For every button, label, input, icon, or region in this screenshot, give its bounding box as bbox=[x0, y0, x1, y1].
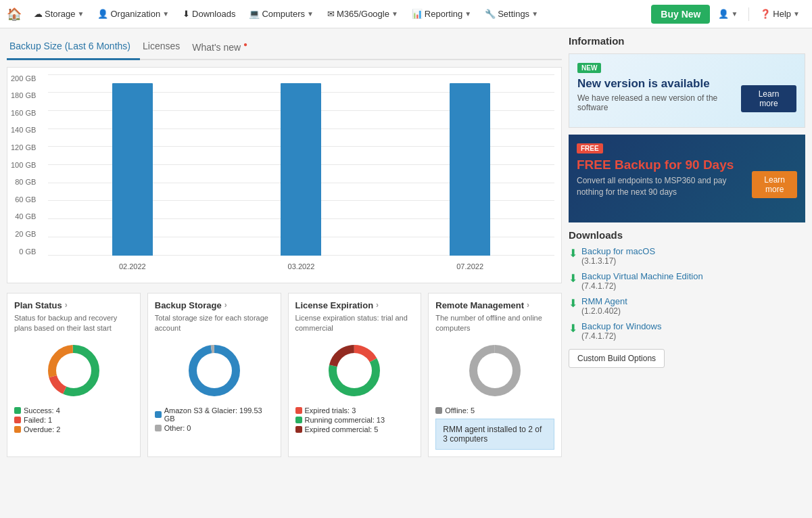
tab-backup-size[interactable]: Backup Size (Last 6 Months) bbox=[7, 35, 140, 60]
user-avatar-icon: 👤 bbox=[718, 9, 729, 19]
svg-point-12 bbox=[477, 353, 512, 388]
help-icon: ❓ bbox=[760, 9, 771, 19]
backup-storage-donut bbox=[155, 340, 274, 401]
download-version-macos: (3.1.3.17) bbox=[581, 256, 655, 266]
navbar: 🏠 ☁ Storage ▼ 👤 Organization ▼ ⬇ Downloa… bbox=[0, 0, 812, 28]
organization-chevron: ▼ bbox=[162, 10, 169, 18]
nav-help[interactable]: ❓ Help ▼ bbox=[755, 0, 805, 28]
m365-icon: ✉ bbox=[327, 9, 335, 19]
main-layout: Backup Size (Last 6 Months) Licenses Wha… bbox=[0, 28, 812, 464]
settings-chevron: ▼ bbox=[531, 10, 538, 18]
storage-chevron: ▼ bbox=[78, 10, 85, 18]
svg-point-10 bbox=[337, 353, 372, 388]
download-arrow-1: ⬇ bbox=[569, 247, 577, 260]
dashboard-sections: Plan Status › Status for backup and reco… bbox=[7, 293, 562, 458]
download-link-vm[interactable]: Backup Virtual Machine Edition bbox=[581, 271, 703, 281]
svg-point-6 bbox=[197, 353, 232, 388]
learn-more-button-2[interactable]: Learn more bbox=[752, 171, 797, 198]
download-item-windows: ⬇ Backup for Windows (7.4.1.72) bbox=[569, 321, 805, 341]
download-arrow-4: ⬇ bbox=[569, 322, 577, 335]
download-arrow-2: ⬇ bbox=[569, 272, 577, 285]
plan-status-title[interactable]: Plan Status › bbox=[14, 300, 133, 310]
new-version-desc: We have released a new version of the so… bbox=[577, 93, 741, 112]
plan-status-donut bbox=[14, 340, 133, 401]
info-card-new-version: NEW New version is available We have rel… bbox=[569, 53, 805, 128]
backup-storage-legend: Amazon S3 & Glacier: 199.53 GB Other: 0 bbox=[155, 406, 274, 432]
info-card-free-backup: FREE FREE Backup for 90 Days Convert all… bbox=[569, 135, 805, 222]
backup-storage-chevron: › bbox=[224, 300, 227, 310]
remote-management-legend: Offline: 5 bbox=[435, 406, 554, 415]
nav-user[interactable]: 👤 ▼ bbox=[713, 0, 743, 28]
downloads-icon: ⬇ bbox=[183, 9, 190, 19]
buy-new-button[interactable]: Buy New bbox=[651, 5, 710, 24]
plan-status-legend: Success: 4 Failed: 1 Overdue: 2 bbox=[14, 406, 133, 433]
bar-col-1: 02.2022 bbox=[112, 83, 153, 256]
home-icon[interactable]: 🏠 bbox=[7, 7, 22, 22]
bar-label-3: 07.2022 bbox=[456, 262, 483, 270]
remote-management-title[interactable]: Remote Management › bbox=[435, 300, 554, 310]
backup-chart: 200 GB 180 GB 160 GB 140 GB 120 GB 100 G… bbox=[7, 67, 562, 283]
left-panel: Backup Size (Last 6 Months) Licenses Wha… bbox=[7, 35, 562, 457]
downloads-title: Downloads bbox=[569, 229, 805, 241]
learn-more-button-1[interactable]: Learn more bbox=[741, 85, 796, 112]
remote-management-chevron: › bbox=[527, 300, 529, 310]
nav-downloads[interactable]: ⬇ Downloads bbox=[177, 0, 241, 28]
nav-divider bbox=[748, 7, 749, 21]
download-item-rmm: ⬇ RMM Agent (1.2.0.402) bbox=[569, 296, 805, 316]
svg-point-3 bbox=[56, 353, 91, 388]
badge-new: NEW bbox=[577, 63, 601, 73]
download-link-macos[interactable]: Backup for macOS bbox=[581, 246, 655, 256]
bar-col-2: 03.2022 bbox=[281, 83, 321, 256]
download-arrow-3: ⬇ bbox=[569, 297, 577, 310]
license-expiration-donut bbox=[295, 340, 414, 401]
computers-icon: 💻 bbox=[249, 9, 260, 19]
license-expiration-chevron: › bbox=[376, 300, 379, 310]
nav-reporting[interactable]: 📊 Reporting ▼ bbox=[406, 0, 477, 28]
download-item-macos: ⬇ Backup for macOS (3.1.3.17) bbox=[569, 246, 805, 266]
bar-label-1: 02.2022 bbox=[119, 262, 146, 270]
license-expiration-title[interactable]: License Expiration › bbox=[295, 300, 414, 310]
nav-organization[interactable]: 👤 Organization ▼ bbox=[92, 0, 174, 28]
backup-storage-desc: Total storage size for each storage acco… bbox=[155, 313, 274, 334]
custom-build-options-button[interactable]: Custom Build Options bbox=[569, 349, 665, 368]
reporting-icon: 📊 bbox=[412, 9, 423, 19]
license-expiration-legend: Expired trials: 3 Running commercial: 13… bbox=[295, 406, 414, 433]
tab-licenses[interactable]: Licenses bbox=[140, 35, 189, 60]
remote-management-card: Remote Management › The number of offlin… bbox=[428, 293, 562, 458]
license-expiration-desc: License expiration status: trial and com… bbox=[295, 313, 414, 334]
information-title: Information bbox=[569, 35, 805, 47]
download-item-vm: ⬇ Backup Virtual Machine Edition (7.4.1.… bbox=[569, 271, 805, 291]
nav-storage[interactable]: ☁ Storage ▼ bbox=[28, 0, 89, 28]
nav-computers[interactable]: 💻 Computers ▼ bbox=[243, 0, 318, 28]
storage-icon: ☁ bbox=[34, 9, 43, 19]
new-version-title: New version is available bbox=[577, 77, 741, 91]
nav-settings[interactable]: 🔧 Settings ▼ bbox=[479, 0, 544, 28]
license-expiration-card: License Expiration › License expiration … bbox=[288, 293, 422, 458]
nav-m365[interactable]: ✉ M365/Google ▼ bbox=[322, 0, 404, 28]
plan-status-desc: Status for backup and recovery plans bas… bbox=[14, 313, 133, 334]
bar-col-3: 07.2022 bbox=[450, 83, 490, 256]
reporting-chevron: ▼ bbox=[464, 10, 471, 18]
organization-icon: 👤 bbox=[97, 9, 108, 19]
plan-status-chevron: › bbox=[65, 300, 68, 310]
backup-storage-card: Backup Storage › Total storage size for … bbox=[147, 293, 281, 458]
bar-1 bbox=[112, 83, 153, 256]
bar-2 bbox=[281, 83, 321, 256]
download-version-vm: (7.4.1.72) bbox=[581, 281, 703, 291]
download-link-rmm[interactable]: RMM Agent bbox=[581, 296, 627, 306]
backup-storage-title[interactable]: Backup Storage › bbox=[155, 300, 274, 310]
right-panel: Information NEW New version is available… bbox=[569, 35, 805, 457]
free-backup-title: FREE Backup for 90 Days bbox=[577, 158, 752, 172]
badge-free: FREE bbox=[577, 143, 603, 154]
tab-whats-new[interactable]: What's new ● bbox=[189, 35, 257, 60]
tab-dot: ● bbox=[243, 41, 247, 48]
bar-label-2: 03.2022 bbox=[288, 262, 315, 270]
download-version-rmm: (1.2.0.402) bbox=[581, 306, 627, 316]
remote-management-donut bbox=[435, 340, 554, 401]
download-link-windows[interactable]: Backup for Windows bbox=[581, 321, 662, 331]
download-version-windows: (7.4.1.72) bbox=[581, 331, 662, 341]
free-backup-desc: Convert all endpoints to MSP360 and pay … bbox=[577, 175, 752, 198]
settings-icon: 🔧 bbox=[485, 9, 496, 19]
computers-chevron: ▼ bbox=[307, 10, 314, 18]
m365-chevron: ▼ bbox=[391, 10, 398, 18]
